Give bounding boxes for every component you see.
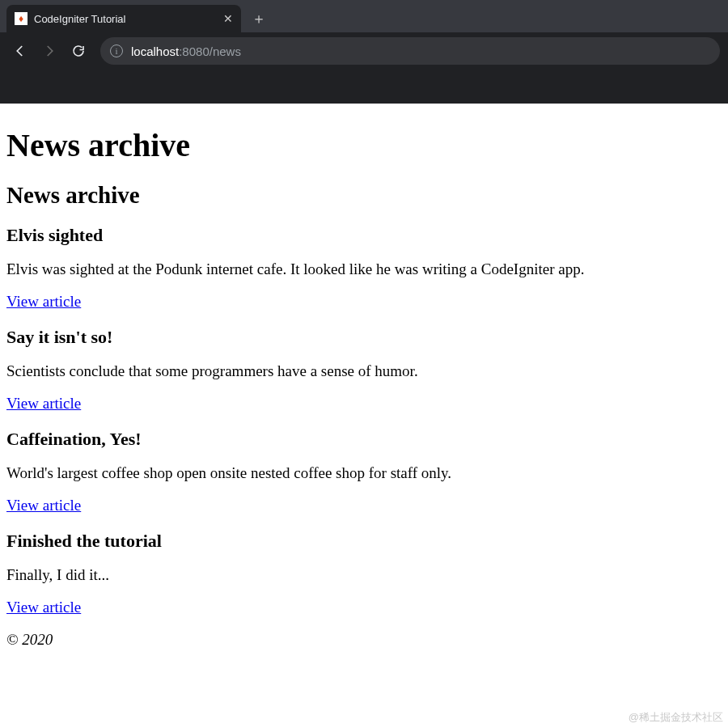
chrome-spacer — [0, 70, 728, 104]
url-port-path: :8080/news — [179, 44, 241, 58]
url-text: localhost:8080/news — [131, 44, 241, 58]
view-article-link[interactable]: View article — [6, 395, 81, 412]
article-title: Finished the tutorial — [6, 531, 722, 552]
article-title: Say it isn't so! — [6, 327, 722, 348]
toolbar: i localhost:8080/news — [0, 32, 728, 70]
article-body: Finally, I did it... — [6, 566, 722, 584]
tab-title: CodeIgniter Tutorial — [34, 13, 217, 25]
new-tab-button[interactable]: ＋ — [248, 7, 270, 30]
flame-icon: ♦ — [15, 12, 28, 25]
footer-copyright: © 2020 — [6, 631, 722, 649]
article-title: Elvis sighted — [6, 225, 722, 246]
reload-button[interactable] — [66, 39, 91, 63]
section-heading: News archive — [6, 182, 722, 209]
view-article-link[interactable]: View article — [6, 599, 81, 616]
info-icon[interactable]: i — [110, 44, 123, 57]
page-content: News archive News archive Elvis sighted … — [0, 104, 728, 670]
tab-bar: ♦ CodeIgniter Tutorial ✕ ＋ — [0, 0, 728, 32]
browser-chrome: ♦ CodeIgniter Tutorial ✕ ＋ i localhost:8… — [0, 0, 728, 104]
close-icon[interactable]: ✕ — [223, 12, 233, 25]
view-article-link[interactable]: View article — [6, 293, 81, 310]
address-bar[interactable]: i localhost:8080/news — [100, 37, 720, 65]
article-title: Caffeination, Yes! — [6, 429, 722, 450]
browser-tab[interactable]: ♦ CodeIgniter Tutorial ✕ — [6, 5, 241, 32]
article-body: Scientists conclude that some programmer… — [6, 362, 722, 380]
url-host: localhost — [131, 44, 179, 58]
article-body: Elvis was sighted at the Podunk internet… — [6, 260, 722, 278]
article-body: World's largest coffee shop open onsite … — [6, 464, 722, 482]
back-button[interactable] — [8, 39, 32, 63]
watermark: @稀土掘金技术社区 — [629, 710, 723, 725]
forward-button[interactable] — [37, 39, 61, 63]
view-article-link[interactable]: View article — [6, 497, 81, 514]
page-title: News archive — [6, 126, 722, 164]
